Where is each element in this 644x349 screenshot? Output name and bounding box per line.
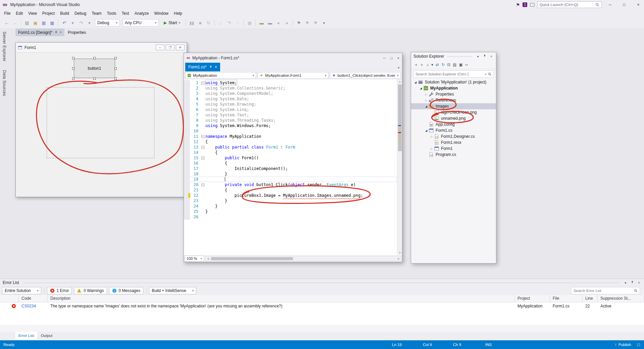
errors-filter-button[interactable]: 1 Error — [47, 287, 72, 294]
sync-with-active-document-icon[interactable]: ⇄ — [436, 62, 439, 67]
menu-debug[interactable]: Debug — [72, 10, 89, 17]
feedback-icon[interactable] — [530, 3, 535, 7]
editor-margin[interactable] — [184, 123, 190, 128]
resize-handle-nw[interactable] — [72, 57, 75, 59]
resize-handle-s[interactable] — [93, 77, 96, 80]
warnings-filter-button[interactable]: 0 Warnings — [74, 287, 107, 294]
scroll-right-icon[interactable]: ► — [396, 256, 401, 261]
side-tab-server-explorer[interactable]: Server Explorer — [2, 30, 7, 63]
code-editor[interactable]: 1−using System;2using System.Collections… — [184, 79, 402, 255]
toolbar-options-icon[interactable]: ▾ — [320, 19, 328, 27]
menu-file[interactable]: File — [1, 10, 13, 17]
tree-item-form1-resx[interactable]: Form1.resx — [411, 139, 496, 146]
editor-margin[interactable] — [184, 203, 190, 209]
home-icon[interactable]: ⌂ — [427, 62, 429, 67]
tree-item-form1-designer-cs[interactable]: ▷Form1.Designer.cs — [411, 133, 496, 139]
fold-marker[interactable]: − — [200, 144, 205, 150]
menu-edit[interactable]: Edit — [13, 10, 26, 17]
designer-titlebar[interactable]: Form1 ─ ❐ ✕ — [16, 43, 187, 53]
close-icon[interactable]: × — [215, 65, 217, 69]
code-close-button[interactable]: × — [397, 56, 399, 60]
refresh-icon[interactable]: ↻ — [441, 62, 445, 67]
scroll-down-icon[interactable]: ▼ — [397, 250, 402, 255]
editor-margin[interactable] — [184, 107, 190, 112]
switch-views-icon[interactable]: ▾ — [431, 62, 433, 67]
uncomment-icon[interactable]: ▬ — [266, 19, 274, 27]
solution-explorer-titlebar[interactable]: Solution Explorer ▾ × — [411, 52, 496, 60]
tab-form1-cs[interactable]: Form1.cs* × — [185, 63, 220, 71]
open-file-icon[interactable]: ▣ — [32, 19, 39, 27]
solution-configuration-dropdown[interactable]: Debug▾ — [95, 19, 120, 26]
menu-build[interactable]: Build — [57, 10, 72, 17]
close-icon[interactable]: × — [60, 31, 62, 34]
column-header-code[interactable]: Code — [19, 295, 48, 302]
undo-dropdown-icon[interactable]: ▾ — [69, 19, 77, 27]
editor-margin[interactable] — [184, 214, 190, 220]
pause-icon[interactable]: ▮▮ — [188, 19, 196, 27]
scroll-up-icon[interactable]: ▲ — [397, 79, 402, 84]
column-header-line[interactable]: Line — [583, 295, 598, 302]
editor-margin[interactable] — [184, 96, 190, 102]
solution-platform-dropdown[interactable]: Any CPU▾ — [122, 19, 159, 26]
comment-icon[interactable]: ▬ — [258, 19, 265, 27]
editor-margin[interactable] — [184, 80, 190, 85]
save-icon[interactable]: ▦ — [40, 19, 48, 27]
code-minimize-button[interactable]: ─ — [383, 56, 386, 60]
menu-analyze[interactable]: Analyze — [132, 10, 152, 17]
menu-test[interactable]: Test — [119, 10, 132, 17]
step-into-icon[interactable]: ↓ — [217, 19, 225, 27]
restart-icon[interactable]: ↻ — [205, 19, 212, 27]
editor-margin[interactable] — [184, 134, 190, 139]
window-position-icon[interactable]: ▾ — [623, 281, 628, 285]
notifications-icon[interactable]: ⚑ — [516, 2, 520, 7]
start-debugging-button[interactable]: ▶Start▾ — [161, 19, 183, 27]
close-icon[interactable]: × — [489, 55, 494, 58]
pin-icon[interactable] — [482, 54, 487, 58]
close-button[interactable]: × — [633, 0, 644, 9]
tree-item-sign-check-icon-png[interactable]: sign-check-icon.png — [411, 109, 496, 115]
navigate-backward-icon[interactable]: ← — [3, 19, 10, 27]
editor-margin[interactable] — [184, 118, 190, 123]
form-minimize-button[interactable]: ─ — [156, 45, 164, 50]
severity-column-header[interactable] — [0, 295, 19, 302]
new-file-icon[interactable]: ▤ — [23, 19, 31, 27]
step-out-icon[interactable]: ↑ — [234, 19, 241, 27]
bottom-tab-error-list[interactable]: Error List — [15, 332, 37, 339]
code-window-titlebar[interactable]: ∞ MyApplication - Form1.cs* ─ □ × — [184, 53, 402, 63]
previous-bookmark-icon[interactable]: ⚑ — [303, 19, 311, 27]
error-code-cell[interactable]: CS0234 — [19, 304, 48, 308]
undo-icon[interactable]: ↶ — [60, 19, 68, 27]
editor-margin[interactable] — [184, 171, 190, 177]
menu-window[interactable]: Window — [151, 10, 171, 17]
navigate-forward-icon[interactable]: → — [11, 19, 19, 27]
window-position-icon[interactable]: ▾ — [476, 55, 480, 58]
solution-search-input[interactable]: Search Solution Explorer (Ctrl+;) ▾ — [413, 70, 494, 78]
horizontal-scrollbar[interactable]: ◄ ► — [205, 256, 401, 261]
column-header-file[interactable]: File — [550, 295, 583, 302]
column-header-description[interactable]: Description — [48, 295, 515, 302]
project-dropdown[interactable]: MyApplication ▾ — [185, 72, 256, 79]
messages-filter-button[interactable]: 0 Messages — [109, 287, 144, 294]
pin-icon[interactable] — [630, 281, 635, 285]
redo-icon[interactable]: ↷ — [77, 19, 85, 27]
tree-item-properties[interactable]: ▷Properties — [411, 91, 496, 97]
expander-icon[interactable]: ◢ — [413, 81, 418, 84]
editor-margin[interactable] — [184, 198, 190, 203]
maximize-button[interactable]: □ — [618, 0, 630, 9]
expander-icon[interactable]: ▷ — [429, 135, 434, 138]
decrease-indent-icon[interactable]: « — [275, 19, 282, 27]
vertical-scrollbar[interactable]: ▲ ▼ — [397, 79, 402, 255]
resize-handle-e[interactable] — [114, 67, 117, 70]
back-icon[interactable]: ◄ — [414, 62, 418, 67]
side-tab-data-sources[interactable]: Data Sources — [2, 68, 7, 98]
form-close-button[interactable]: ✕ — [176, 45, 185, 50]
menu-view[interactable]: View — [26, 10, 40, 17]
stop-icon[interactable]: ■ — [196, 19, 204, 27]
editor-margin[interactable] — [184, 85, 190, 91]
tree-item-form1[interactable]: ▷Form1 — [411, 146, 496, 152]
editor-margin[interactable] — [184, 155, 190, 161]
scroll-left-icon[interactable]: ◄ — [206, 256, 210, 261]
source-filter-dropdown[interactable]: Build + IntelliSense ▾ — [149, 287, 196, 294]
save-all-icon[interactable]: ▩ — [48, 19, 56, 27]
expander-icon[interactable]: ▷ — [424, 93, 429, 96]
